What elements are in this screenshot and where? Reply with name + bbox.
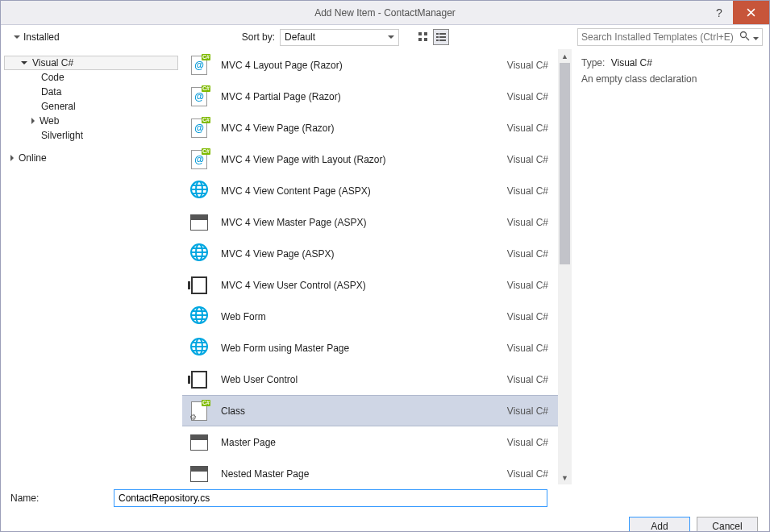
template-language: Visual C# bbox=[507, 437, 548, 448]
list-icon bbox=[435, 31, 447, 43]
template-name: MVC 4 View Content Page (ASPX) bbox=[221, 185, 507, 197]
add-button[interactable]: Add bbox=[629, 517, 690, 532]
tree-item-online[interactable]: Online bbox=[4, 151, 178, 165]
tree-item-web[interactable]: Web bbox=[4, 114, 178, 128]
template-icon: ⚙C# bbox=[189, 401, 210, 422]
view-small-icons-button[interactable] bbox=[415, 29, 431, 45]
toolbar: Installed Sort by: Default bbox=[1, 25, 769, 49]
template-icon: @C# bbox=[189, 86, 210, 107]
template-name: MVC 4 Partial Page (Razor) bbox=[221, 91, 507, 102]
template-name: Class bbox=[221, 405, 507, 417]
svg-rect-9 bbox=[439, 39, 446, 41]
svg-line-11 bbox=[746, 37, 749, 40]
template-name: Master Page bbox=[221, 437, 507, 448]
scrollbar[interactable]: ▲ ▼ bbox=[558, 49, 572, 484]
template-row[interactable]: Web User ControlVisual C# bbox=[182, 364, 558, 395]
chevron-down-icon bbox=[14, 35, 20, 39]
template-row[interactable]: MVC 4 View Page (ASPX)Visual C# bbox=[182, 238, 558, 269]
scroll-down-icon[interactable]: ▼ bbox=[558, 471, 572, 484]
template-language: Visual C# bbox=[507, 185, 548, 197]
category-tree: Visual C# Code Data General Web Silverli… bbox=[1, 49, 182, 484]
chevron-down-icon bbox=[21, 61, 27, 64]
svg-rect-8 bbox=[436, 39, 439, 41]
template-name: Web Form bbox=[221, 311, 507, 322]
help-button[interactable]: ? bbox=[705, 1, 733, 24]
svg-rect-7 bbox=[439, 36, 446, 38]
template-icon: @C# bbox=[189, 118, 210, 139]
chevron-down-icon bbox=[388, 35, 394, 39]
svg-rect-0 bbox=[418, 32, 422, 35]
template-row[interactable]: ⚙C#ClassVisual C# bbox=[182, 395, 558, 426]
tree-item-silverlight[interactable]: Silverlight bbox=[4, 128, 178, 143]
template-row[interactable]: MVC 4 View Master Page (ASPX)Visual C# bbox=[182, 206, 558, 238]
template-row[interactable]: Nested Master PageVisual C# bbox=[182, 458, 558, 484]
template-name: MVC 4 View Page (Razor) bbox=[221, 123, 507, 134]
tree-item-general[interactable]: General bbox=[4, 99, 178, 114]
sort-dropdown[interactable]: Default bbox=[280, 29, 399, 46]
svg-rect-1 bbox=[418, 38, 422, 41]
type-value: Visual C# bbox=[611, 57, 652, 69]
installed-header[interactable]: Installed bbox=[14, 31, 60, 43]
window-title: Add New Item - ContactManager bbox=[314, 7, 456, 19]
template-icon bbox=[189, 212, 210, 233]
search-dropdown-icon[interactable] bbox=[753, 31, 759, 43]
template-row[interactable]: MVC 4 View Content Page (ASPX)Visual C# bbox=[182, 175, 558, 206]
template-icon: @C# bbox=[189, 55, 210, 76]
tree-item-data[interactable]: Data bbox=[4, 85, 178, 99]
template-icon bbox=[189, 338, 210, 359]
close-icon bbox=[747, 8, 755, 17]
template-icon: @C# bbox=[189, 149, 210, 170]
template-row[interactable]: @C#MVC 4 View Page with Layout (Razor)Vi… bbox=[182, 143, 558, 175]
template-language: Visual C# bbox=[507, 343, 548, 354]
template-row[interactable]: @C#MVC 4 Layout Page (Razor)Visual C# bbox=[182, 49, 558, 81]
template-row[interactable]: @C#MVC 4 View Page (Razor)Visual C# bbox=[182, 112, 558, 143]
template-row[interactable]: MVC 4 View User Control (ASPX)Visual C# bbox=[182, 269, 558, 301]
svg-rect-6 bbox=[436, 36, 439, 38]
template-language: Visual C# bbox=[507, 280, 548, 291]
type-label: Type: bbox=[581, 57, 605, 69]
type-description: An empty class declaration bbox=[581, 73, 760, 85]
view-details-button[interactable] bbox=[433, 29, 449, 45]
template-language: Visual C# bbox=[507, 217, 548, 228]
template-row[interactable]: Web Form using Master PageVisual C# bbox=[182, 332, 558, 364]
template-language: Visual C# bbox=[507, 311, 548, 322]
template-icon bbox=[189, 306, 210, 327]
svg-point-10 bbox=[741, 32, 747, 38]
title-bar: Add New Item - ContactManager ? bbox=[1, 1, 769, 25]
template-name: MVC 4 View User Control (ASPX) bbox=[221, 280, 507, 291]
template-name: MVC 4 View Master Page (ASPX) bbox=[221, 217, 507, 228]
template-language: Visual C# bbox=[507, 123, 548, 134]
template-list[interactable]: @C#MVC 4 Layout Page (Razor)Visual C#@C#… bbox=[182, 49, 558, 484]
close-button[interactable] bbox=[733, 1, 769, 24]
template-icon bbox=[189, 463, 210, 484]
tree-item-code[interactable]: Code bbox=[4, 70, 178, 85]
sort-label: Sort by: bbox=[242, 31, 275, 43]
template-row[interactable]: Master PageVisual C# bbox=[182, 426, 558, 458]
grid-small-icon bbox=[418, 31, 429, 43]
template-row[interactable]: @C#MVC 4 Partial Page (Razor)Visual C# bbox=[182, 81, 558, 112]
cancel-button[interactable]: Cancel bbox=[697, 517, 758, 532]
svg-rect-5 bbox=[439, 33, 446, 35]
search-box[interactable] bbox=[577, 28, 763, 46]
scroll-up-icon[interactable]: ▲ bbox=[558, 49, 572, 63]
name-label: Name: bbox=[10, 493, 106, 504]
template-icon bbox=[189, 275, 210, 296]
search-input[interactable] bbox=[581, 31, 736, 43]
template-name: MVC 4 Layout Page (Razor) bbox=[221, 60, 507, 71]
scrollbar-thumb[interactable] bbox=[560, 63, 570, 264]
name-input[interactable] bbox=[114, 489, 547, 507]
bottom-panel: Name: Add Cancel bbox=[1, 484, 769, 532]
svg-rect-4 bbox=[436, 33, 439, 35]
search-icon[interactable] bbox=[739, 31, 750, 44]
template-row[interactable]: Web FormVisual C# bbox=[182, 301, 558, 332]
template-icon bbox=[189, 181, 210, 202]
template-language: Visual C# bbox=[507, 405, 548, 417]
template-language: Visual C# bbox=[507, 468, 548, 480]
template-name: MVC 4 View Page with Layout (Razor) bbox=[221, 154, 507, 165]
tree-item-visual-csharp[interactable]: Visual C# bbox=[4, 56, 178, 70]
chevron-right-icon bbox=[31, 118, 35, 124]
template-language: Visual C# bbox=[507, 91, 548, 102]
template-name: Web Form using Master Page bbox=[221, 343, 507, 354]
svg-rect-3 bbox=[424, 38, 427, 41]
template-language: Visual C# bbox=[507, 248, 548, 260]
